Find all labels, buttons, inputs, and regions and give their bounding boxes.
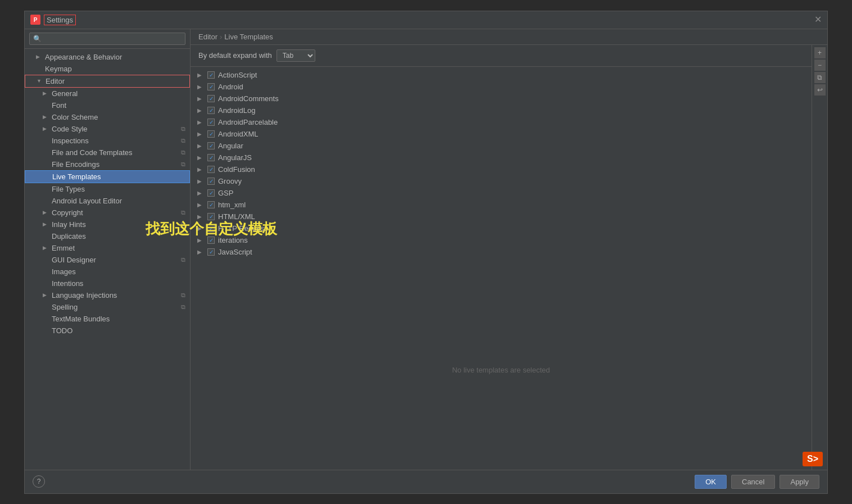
template-group-androidcomments[interactable]: ▶ ✓ AndroidComments	[191, 93, 812, 105]
checkbox-iterations[interactable]: ✓	[207, 237, 215, 244]
template-group-androidparcelable[interactable]: ▶ ✓ AndroidParcelable	[191, 116, 812, 128]
dialog-body: ▶ Appearance & Behavior Keymap ▼ Editor …	[25, 29, 827, 470]
help-button[interactable]: ?	[33, 475, 45, 488]
sidebar-item-keymap[interactable]: Keymap	[25, 63, 190, 75]
template-group-androidlog[interactable]: ▶ ✓ AndroidLog	[191, 105, 812, 116]
sidebar-item-spelling[interactable]: Spelling ⧉	[25, 301, 190, 313]
sidebar-item-editor[interactable]: ▼ Editor	[25, 75, 190, 88]
checkbox-actionscript[interactable]: ✓	[207, 71, 215, 79]
checkbox-html-xml[interactable]: ✓	[207, 213, 215, 220]
add-button[interactable]: +	[814, 47, 826, 58]
sidebar-item-file-code-templates[interactable]: File and Code Templates ⧉	[25, 147, 190, 158]
breadcrumb-current: Live Templates	[224, 33, 273, 41]
expand-arrow-icon: ▶	[197, 96, 204, 102]
expand-select[interactable]: Tab Enter Space	[277, 49, 315, 62]
sidebar-item-live-templates[interactable]: Live Templates	[25, 170, 190, 183]
sidebar-item-intentions[interactable]: Intentions	[25, 278, 190, 289]
template-group-angular[interactable]: ▶ ✓ Angular	[191, 140, 812, 152]
checkbox-http-request[interactable]: ✓	[207, 225, 215, 232]
breadcrumb-separator: ›	[220, 33, 222, 41]
arrow-icon: ▼	[37, 78, 43, 84]
close-button[interactable]: ✕	[814, 15, 822, 24]
checkbox-angularjs[interactable]: ✓	[207, 154, 215, 161]
sidebar-tree: ▶ Appearance & Behavior Keymap ▼ Editor …	[25, 49, 190, 470]
breadcrumb: Editor › Live Templates	[191, 29, 827, 45]
title-bar-left: P Settings	[30, 15, 76, 25]
expand-arrow-icon: ▶	[197, 249, 204, 255]
logo-badge: S>	[803, 452, 823, 466]
expand-arrow-icon: ▶	[197, 214, 204, 220]
search-input[interactable]	[29, 33, 185, 45]
template-group-javascript[interactable]: ▶ ✓ JavaScript	[191, 246, 812, 258]
expand-arrow-icon: ▶	[197, 155, 204, 161]
template-group-actionscript[interactable]: ▶ ✓ ActionScript	[191, 69, 812, 81]
ok-button[interactable]: OK	[695, 475, 727, 489]
sidebar-item-duplicates[interactable]: Duplicates	[25, 230, 190, 242]
expand-arrow-icon: ▶	[197, 202, 204, 208]
arrow-icon: ▶	[43, 90, 49, 96]
sidebar-item-language-injections[interactable]: ▶ Language Injections ⧉	[25, 289, 190, 301]
template-group-groovy[interactable]: ▶ ✓ Groovy	[191, 175, 812, 187]
checkbox-coldfusion[interactable]: ✓	[207, 166, 215, 173]
checkbox-htm-xml[interactable]: ✓	[207, 201, 215, 208]
checkbox-android[interactable]: ✓	[207, 83, 215, 90]
template-group-iterations[interactable]: ▶ ✓ iterations	[191, 234, 812, 246]
editor-label: Editor	[46, 77, 65, 85]
sidebar-item-general[interactable]: ▶ General	[25, 88, 190, 99]
expand-arrow-icon: ▶	[197, 237, 204, 243]
sidebar-item-file-encodings[interactable]: File Encodings ⧉	[25, 158, 190, 170]
copy-icon: ⧉	[181, 292, 185, 299]
arrow-icon: ▶	[43, 210, 49, 215]
checkbox-androidcomments[interactable]: ✓	[207, 95, 215, 102]
sidebar-item-copyright[interactable]: ▶ Copyright ⧉	[25, 207, 190, 219]
main-content: Editor › Live Templates By default expan…	[191, 29, 827, 470]
sidebar-item-inlay-hints[interactable]: ▶ Inlay Hints ⧉	[25, 219, 190, 230]
arrow-icon: ▶	[43, 126, 49, 131]
template-group-coldfusion[interactable]: ▶ ✓ ColdFusion	[191, 164, 812, 175]
template-group-android[interactable]: ▶ ✓ Android	[191, 81, 812, 93]
cancel-button[interactable]: Cancel	[731, 475, 775, 489]
sidebar-item-code-style[interactable]: ▶ Code Style ⧉	[25, 123, 190, 135]
copy-icon: ⧉	[181, 125, 185, 133]
remove-button[interactable]: −	[814, 60, 826, 71]
sidebar-item-emmet[interactable]: ▶ Emmet	[25, 242, 190, 254]
checkbox-androidxml[interactable]: ✓	[207, 130, 215, 138]
checkbox-groovy[interactable]: ✓	[207, 178, 215, 185]
sidebar-item-inspections[interactable]: Inspections ⧉	[25, 135, 190, 147]
checkbox-androidparcelable[interactable]: ✓	[207, 119, 215, 126]
template-group-http-request[interactable]: ▶ ✓ HTTP Request	[191, 223, 812, 234]
sidebar-item-appearance[interactable]: ▶ Appearance & Behavior	[25, 51, 190, 63]
checkbox-angular[interactable]: ✓	[207, 142, 215, 149]
template-group-htm-xml[interactable]: ▶ ✓ htm_xml	[191, 199, 812, 211]
expand-arrow-icon: ▶	[197, 166, 204, 172]
undo-button[interactable]: ↩	[814, 84, 826, 96]
expand-arrow-icon: ▶	[197, 72, 204, 78]
templates-list: ▶ ✓ ActionScript ▶ ✓ Android ▶ ✓ A	[191, 67, 812, 271]
copy-icon: ⧉	[181, 256, 185, 264]
breadcrumb-parent: Editor	[198, 33, 217, 41]
sidebar-item-images[interactable]: Images	[25, 266, 190, 278]
template-group-gsp[interactable]: ▶ ✓ GSP	[191, 187, 812, 199]
copy-icon: ⧉	[181, 209, 185, 216]
copy-button[interactable]: ⧉	[814, 72, 826, 83]
sidebar-item-android-layout-editor[interactable]: Android Layout Editor	[25, 195, 190, 207]
checkbox-androidlog[interactable]: ✓	[207, 107, 215, 114]
template-group-androidxml[interactable]: ▶ ✓ AndroidXML	[191, 128, 812, 140]
checkbox-gsp[interactable]: ✓	[207, 189, 215, 197]
template-group-html-xml[interactable]: ▶ ✓ HTML/XML	[191, 211, 812, 223]
sidebar-item-gui-designer[interactable]: GUI Designer ⧉	[25, 254, 190, 266]
template-group-angularjs[interactable]: ▶ ✓ AngularJS	[191, 152, 812, 164]
copy-icon: ⧉	[181, 303, 185, 311]
copy-icon: ⧉	[181, 161, 185, 168]
sidebar-item-file-types[interactable]: File Types	[25, 183, 190, 195]
expand-arrow-icon: ▶	[197, 119, 204, 125]
sidebar-item-todo[interactable]: TODO	[25, 325, 190, 337]
apply-button[interactable]: Apply	[780, 475, 819, 489]
sidebar: ▶ Appearance & Behavior Keymap ▼ Editor …	[25, 29, 191, 470]
sidebar-item-font[interactable]: Font	[25, 99, 190, 111]
expand-arrow-icon: ▶	[197, 190, 204, 196]
sidebar-item-color-scheme[interactable]: ▶ Color Scheme	[25, 111, 190, 123]
sidebar-item-textmate-bundles[interactable]: TextMate Bundles	[25, 313, 190, 325]
arrow-icon: ▶	[43, 292, 49, 298]
checkbox-javascript[interactable]: ✓	[207, 248, 215, 256]
